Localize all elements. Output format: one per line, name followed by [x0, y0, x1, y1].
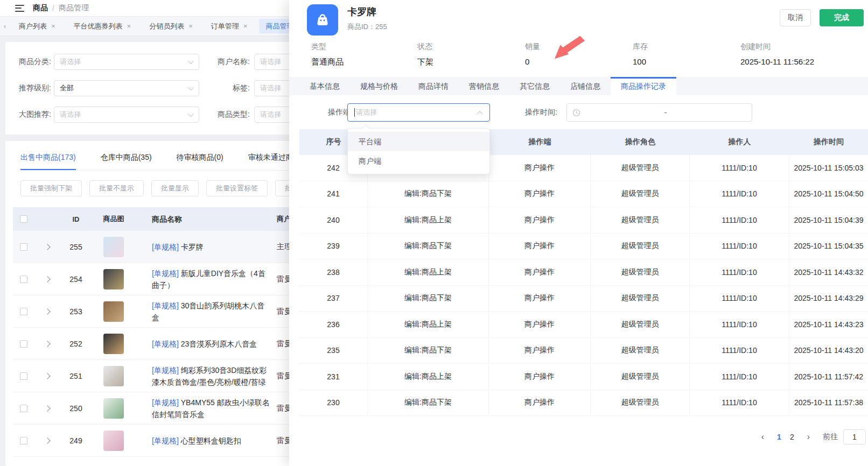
- drawer-tab[interactable]: 其它信息: [509, 77, 560, 95]
- row-checkbox[interactable]: [20, 276, 27, 283]
- next-page-icon[interactable]: ›: [804, 432, 813, 442]
- record-operator: 1111/ID:10: [690, 181, 789, 207]
- row-checkbox[interactable]: [20, 340, 27, 348]
- col-header-id: ID: [60, 215, 92, 223]
- record-client: 商户操作: [489, 286, 591, 312]
- product-thumbnail: [103, 269, 124, 290]
- row-checkbox[interactable]: [20, 243, 27, 251]
- record-role: 超级管理员: [591, 155, 690, 181]
- row-checkbox[interactable]: [20, 405, 27, 412]
- close-icon[interactable]: ×: [127, 22, 131, 30]
- page-tab[interactable]: 分销员列表 ×: [143, 19, 199, 33]
- filter-label-recommend-level: 推荐级别:: [5, 83, 51, 93]
- close-icon[interactable]: ×: [188, 22, 193, 30]
- row-checkbox[interactable]: [20, 437, 27, 444]
- goods-name[interactable]: [单规格]新版儿童DIY音乐盒（4首曲子）: [136, 267, 270, 291]
- spec-tag: [单规格]: [152, 269, 179, 278]
- goods-name[interactable]: [单规格]23音漠系列原木八音盒: [136, 338, 270, 350]
- client-filter-label: 操作端:: [289, 108, 353, 117]
- spec-tag: [单规格]: [152, 366, 179, 375]
- close-icon[interactable]: ×: [243, 22, 248, 30]
- dropdown-option[interactable]: 商户端: [348, 151, 489, 171]
- filter-label-tag: 标签:: [206, 83, 250, 93]
- goods-name[interactable]: [单规格]卡罗牌: [136, 241, 270, 253]
- record-row: 239 编辑:商品下架 商户操作 超级管理员 1111/ID:10 2025-1…: [299, 234, 868, 260]
- expand-row-icon[interactable]: [44, 341, 50, 347]
- close-icon[interactable]: ×: [51, 22, 55, 30]
- record-row: 241 编辑:商品下架 商户操作 超级管理员 1111/ID:10 2025-1…: [299, 181, 868, 208]
- expand-row-icon[interactable]: [44, 308, 50, 314]
- shopping-bag-icon: [307, 4, 338, 36]
- product-stat: 库存 100: [633, 42, 648, 66]
- record-seq: 238: [299, 259, 368, 285]
- page-tab-label: 分销员列表: [149, 22, 184, 31]
- record-content: 编辑:商品下架: [368, 338, 489, 364]
- page-tab-label: 订单管理: [211, 22, 239, 31]
- tabs-scroll-left-icon[interactable]: ‹: [0, 22, 10, 30]
- filter-label-merchant: 商户名称:: [206, 57, 250, 67]
- page-number[interactable]: 2: [786, 433, 799, 441]
- breadcrumb-root[interactable]: 商品: [33, 3, 48, 13]
- record-seq: 231: [299, 364, 368, 390]
- batch-action-button[interactable]: 批量显示: [151, 180, 199, 196]
- page-tab[interactable]: 平台优惠券列表 ×: [67, 19, 138, 33]
- drawer-tab[interactable]: 商品操作记录: [611, 77, 676, 95]
- goods-status-tab[interactable]: 待审核商品(0): [177, 153, 223, 170]
- goto-page-input[interactable]: [843, 429, 866, 444]
- record-time: 2025-10-11 14:43:29: [789, 286, 868, 312]
- page-tab[interactable]: 订单管理 ×: [205, 19, 254, 33]
- product-thumbnail: [103, 366, 124, 386]
- drawer-tab[interactable]: 营销信息: [459, 77, 509, 95]
- expand-row-icon[interactable]: [44, 244, 50, 250]
- confirm-button[interactable]: 完成: [820, 9, 864, 26]
- expand-row-icon[interactable]: [44, 276, 50, 282]
- expand-row-icon[interactable]: [44, 373, 50, 379]
- select-all-checkbox[interactable]: [20, 215, 27, 223]
- page-tab[interactable]: 商户列表 ×: [12, 19, 62, 33]
- dropdown-arrow: [362, 124, 369, 132]
- expand-row-icon[interactable]: [44, 437, 50, 443]
- record-seq: 235: [299, 338, 368, 364]
- spec-tag: [单规格]: [152, 301, 179, 310]
- row-checkbox[interactable]: [20, 308, 27, 315]
- dropdown-option[interactable]: 平台端: [348, 132, 489, 151]
- record-content: 编辑:商品下架: [368, 181, 489, 207]
- batch-action-button[interactable]: 批量强制下架: [20, 180, 82, 196]
- time-range-picker[interactable]: -: [566, 103, 752, 122]
- record-content: 编辑:商品下架: [368, 286, 489, 312]
- record-time: 2025-10-11 11:57:42: [789, 364, 868, 390]
- drawer-tab[interactable]: 商品详情: [408, 77, 459, 95]
- record-row: 231 编辑:商品上架 商户操作 超级管理员 1111/ID:10 2025-1…: [299, 364, 868, 390]
- page-number[interactable]: 1: [773, 433, 786, 441]
- breadcrumb-separator: /: [52, 4, 54, 12]
- cancel-button[interactable]: 取消: [780, 9, 811, 26]
- product-thumbnail: [103, 430, 124, 451]
- batch-action-button[interactable]: 批量不显示: [89, 180, 144, 196]
- drawer-tab[interactable]: 规格与价格: [350, 77, 408, 95]
- goods-status-tab[interactable]: 仓库中商品(35): [101, 153, 152, 170]
- prev-page-icon[interactable]: ‹: [758, 432, 767, 442]
- recommend-level-select[interactable]: 全部: [54, 80, 199, 96]
- row-checkbox[interactable]: [20, 372, 27, 380]
- drawer-tab[interactable]: 店铺信息: [560, 77, 611, 95]
- chevron-down-icon: [188, 84, 194, 90]
- category-select[interactable]: 请选择: [54, 54, 199, 70]
- annotation-arrow-icon: [555, 36, 586, 61]
- record-role: 超级管理员: [591, 181, 690, 207]
- record-role: 超级管理员: [591, 207, 690, 233]
- record-client: 商户操作: [489, 390, 591, 416]
- large-image-select[interactable]: 请选择: [54, 107, 199, 123]
- goods-name[interactable]: [单规格]YB4MY55 邮政虫小绿联名信封笔筒音乐盒: [136, 397, 270, 420]
- goods-name[interactable]: [单规格]30音山韵系列胡桃木八音盒: [136, 300, 270, 323]
- goods-name[interactable]: [单规格]绚彩系列30音3D细荔纹彩漆木质首饰盒/墨色/亮粉/暖橙/苔绿: [136, 364, 270, 388]
- client-select[interactable]: 请选择: [347, 103, 490, 122]
- sidebar-collapse-icon[interactable]: [15, 5, 24, 12]
- drawer-tab[interactable]: 基本信息: [299, 77, 350, 95]
- goods-name[interactable]: [单规格]心型塑料盒钥匙扣: [136, 435, 270, 447]
- product-stat: 类型 普通商品: [311, 42, 344, 67]
- goods-status-tab[interactable]: 出售中商品(173): [20, 153, 76, 170]
- batch-action-button[interactable]: 批量设置标签: [206, 180, 268, 196]
- expand-row-icon[interactable]: [44, 405, 50, 411]
- stat-value: 0: [525, 57, 540, 66]
- spec-tag: [单规格]: [152, 398, 179, 407]
